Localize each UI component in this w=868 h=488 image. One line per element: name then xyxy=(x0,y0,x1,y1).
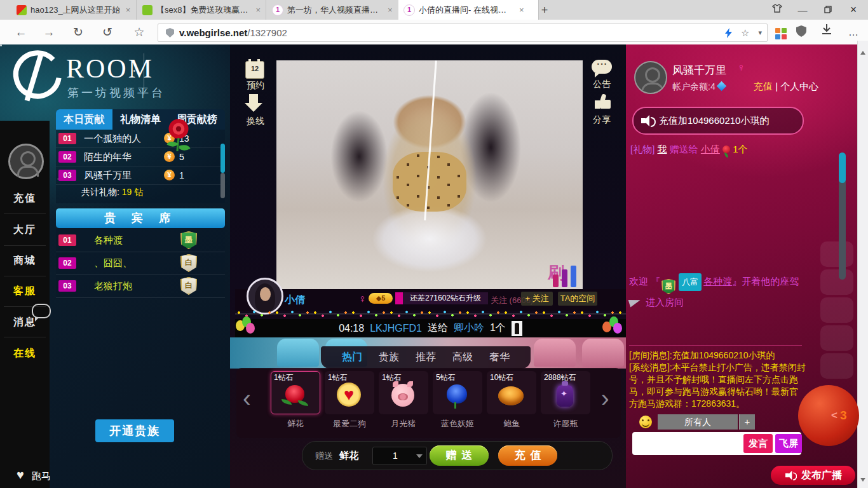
apps-grid-icon[interactable] xyxy=(775,28,787,39)
forward-icon[interactable]: → xyxy=(41,24,57,41)
chair-deco xyxy=(534,339,576,367)
tab-close-icon[interactable]: × xyxy=(255,5,261,15)
gift-item-flower[interactable]: 1钻石 鲜花 xyxy=(271,371,320,435)
tab-close-icon[interactable]: × xyxy=(388,5,393,15)
personal-center-link[interactable]: 个人中心 xyxy=(780,81,818,92)
live-video-stream[interactable] xyxy=(276,60,583,289)
gift-tab-recommend[interactable]: 推荐 xyxy=(416,351,436,364)
vip-name[interactable]: 各种渡 xyxy=(94,234,123,247)
share-thumb-icon[interactable] xyxy=(595,94,611,109)
speak-button[interactable]: 发言 xyxy=(743,434,773,453)
target-link[interactable]: 小倩 xyxy=(701,144,720,154)
browser-tab-2[interactable]: 【sex8】免费送玫瑰赢性吧 × xyxy=(137,0,266,20)
new-tab-button[interactable]: + xyxy=(537,3,552,18)
favorite-star-icon[interactable]: ☆ xyxy=(131,24,147,41)
browser-tab-1[interactable]: hao123_上网从这里开始 × xyxy=(11,0,137,20)
browser-tab-3[interactable]: 1 第一坊，华人视频直播第一女 × xyxy=(267,0,403,20)
page-scrollbar[interactable] xyxy=(857,41,868,488)
fly-screen-button[interactable]: 飞屏 xyxy=(775,434,802,453)
sidebar-item-recharge[interactable]: 充值 xyxy=(0,192,50,205)
lightning-icon[interactable] xyxy=(725,28,732,38)
tab-title: 第一坊，华人视频直播第一女 xyxy=(287,4,383,16)
theme-icon[interactable] xyxy=(766,0,788,20)
collapse-widget[interactable]: < 3 xyxy=(798,385,859,446)
horse-race-link[interactable]: 跑马 xyxy=(32,470,51,482)
gift-tab-noble[interactable]: 贵族 xyxy=(379,351,399,364)
bookmark-star-icon[interactable]: ☆ xyxy=(741,27,749,39)
wealth-badge: 八富 xyxy=(679,273,702,291)
vip-name[interactable]: 老狼打炮 xyxy=(94,280,132,292)
share-button[interactable]: 分享 xyxy=(583,114,621,126)
back-icon[interactable]: ← xyxy=(13,24,29,41)
sidebar-item-online[interactable]: 在线 xyxy=(0,347,50,360)
switch-line-arrow-icon[interactable] xyxy=(249,94,258,103)
more-menu-icon[interactable]: … xyxy=(845,24,862,41)
noble-shield-badge: 墨 xyxy=(661,279,675,294)
recharge-button[interactable]: 充值 xyxy=(498,445,557,466)
gift-tab-advanced[interactable]: 高级 xyxy=(452,351,473,364)
close-window-button[interactable]: × xyxy=(843,0,864,20)
gift-tab-luxury[interactable]: 奢华 xyxy=(489,351,510,364)
user-avatar[interactable] xyxy=(634,61,667,94)
audience-select[interactable]: 所有人 xyxy=(658,414,738,430)
panel-scrollbar-thumb[interactable] xyxy=(220,144,225,173)
rank-badge: 01 xyxy=(58,234,76,246)
quantity-dropdown[interactable]: 1 xyxy=(372,447,427,465)
streamer-name[interactable]: 小倩 xyxy=(285,294,305,307)
contributor-name[interactable]: 风骚千万里 xyxy=(84,170,132,182)
me-link[interactable]: 我 xyxy=(658,144,667,154)
maximize-button[interactable] xyxy=(817,0,839,20)
sidebar-item-service[interactable]: 客服 xyxy=(0,285,50,298)
gift-tab-hot[interactable]: 热门 xyxy=(342,351,362,364)
gift-item-wish-bottle[interactable]: 2888钻石 许愿瓶 xyxy=(541,371,590,435)
calendar-icon[interactable]: 12 xyxy=(245,61,264,79)
browser-tab-4-active[interactable]: 1 小倩的直播间- 在线视频|海量 × xyxy=(398,0,539,20)
welcome-user-link[interactable]: 各种渡 xyxy=(703,276,732,287)
recharge-link[interactable]: 充值 xyxy=(754,81,773,92)
space-button[interactable]: TA的空间 xyxy=(558,292,597,306)
my-avatar[interactable] xyxy=(8,144,44,179)
gift-item-blue-rose[interactable]: 5钻石 蓝色妖姬 xyxy=(433,371,482,435)
emoji-icon[interactable] xyxy=(639,416,652,428)
tab-close-icon[interactable]: × xyxy=(519,5,524,15)
abalone-gift-icon xyxy=(498,386,524,405)
gift-item-abalone[interactable]: 10钻石 鲍鱼 xyxy=(487,371,536,435)
sidebar-item-lobby[interactable]: 大厅 xyxy=(0,224,50,237)
vip-name[interactable]: 、囧囧、 xyxy=(94,257,132,269)
gifts-prev-icon[interactable]: ‹ xyxy=(243,386,251,410)
scroll-up-icon[interactable] xyxy=(860,51,865,55)
chat-scrollbar-thumb[interactable] xyxy=(839,152,846,183)
notice-bubble-icon[interactable] xyxy=(592,60,612,74)
room-logo-icon[interactable] xyxy=(8,48,62,103)
audience-plus-button[interactable]: + xyxy=(739,414,755,430)
adblock-shield-icon[interactable] xyxy=(793,25,810,42)
reserve-button[interactable]: 预约 xyxy=(236,80,275,92)
sidebar-item-mall[interactable]: 商城 xyxy=(0,254,50,268)
gift-item-heart[interactable]: 1钻石 最爱二狗 xyxy=(325,371,374,435)
broadcast-marquee: 充值加1049660210小琪的 xyxy=(632,107,804,135)
switch-line-button[interactable]: 换线 xyxy=(236,116,275,127)
chevron-down-icon[interactable]: ▾ xyxy=(758,29,762,37)
gift-item-pig[interactable]: 1钻石 月光猪 xyxy=(379,371,428,435)
undo-icon[interactable]: ↺ xyxy=(99,24,116,41)
minimize-button[interactable]: — xyxy=(792,0,813,20)
url-field[interactable]: v.webgirlse.net/1327902 ☆ ▾ xyxy=(158,24,768,42)
tab-close-icon[interactable]: × xyxy=(126,5,131,15)
site-security-icon[interactable] xyxy=(166,28,174,37)
download-icon[interactable] xyxy=(818,24,835,41)
send-gift-button[interactable]: 赠送 xyxy=(430,445,489,466)
refresh-icon[interactable]: ↻ xyxy=(70,24,86,41)
couple-gift-icon xyxy=(512,321,522,336)
open-noble-button[interactable]: 开通贵族 xyxy=(95,419,174,442)
rank-badge: 01 xyxy=(58,133,76,144)
blue-rose-gift-icon xyxy=(447,384,467,403)
notice-button[interactable]: 公告 xyxy=(583,79,621,90)
tab-today-contribution[interactable]: 本日贡献 xyxy=(56,109,112,130)
female-icon: ♀ xyxy=(358,293,367,306)
contributor-name[interactable]: 陌生的年华 xyxy=(84,151,132,163)
contributor-name[interactable]: 一个孤独的人 xyxy=(84,133,141,145)
scroll-down-icon[interactable] xyxy=(860,478,865,482)
follow-button[interactable]: + 关注 xyxy=(521,292,553,306)
publish-broadcast-button[interactable]: 发布广播 xyxy=(771,466,855,485)
gifts-next-icon[interactable]: › xyxy=(601,386,609,410)
